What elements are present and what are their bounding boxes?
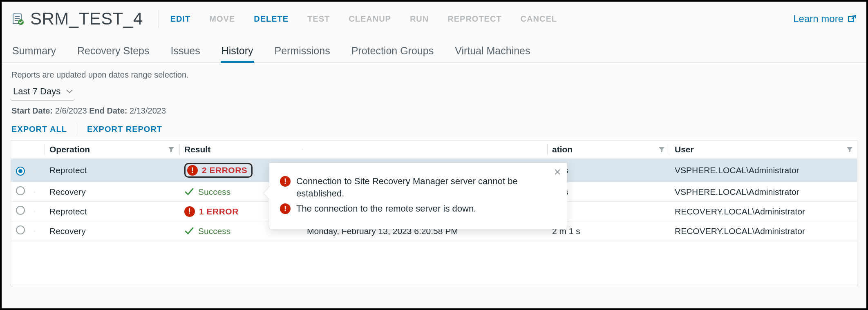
result-label: Success: [198, 226, 230, 236]
tab-bar: Summary Recovery Steps Issues History Pe…: [2, 41, 866, 63]
error-icon: !: [184, 206, 195, 217]
col-user-label: User: [675, 145, 694, 154]
run-action: RUN: [410, 14, 429, 24]
table-header-row: Operation Result ation User: [11, 141, 857, 159]
result-label: Success: [198, 187, 230, 197]
export-divider: [77, 124, 77, 134]
cell-user: VSPHERE.LOCAL\Administrator: [670, 183, 858, 201]
error-icon: !: [280, 176, 291, 187]
start-date-value: 2/6/2023: [55, 106, 87, 115]
tab-virtual-machines[interactable]: Virtual Machines: [454, 41, 531, 62]
tab-permissions[interactable]: Permissions: [274, 41, 331, 62]
row-gutter: [34, 166, 45, 174]
move-action: MOVE: [209, 14, 235, 24]
cleanup-action: CLEANUP: [349, 14, 391, 24]
learn-more-link[interactable]: Learn more: [793, 13, 857, 25]
error-message-line: ! The connection to the remote server is…: [280, 203, 556, 215]
tab-recovery-steps[interactable]: Recovery Steps: [76, 41, 150, 62]
result-success: Success: [184, 187, 230, 197]
col-date[interactable]: [302, 145, 547, 154]
result-success: Success: [184, 226, 230, 236]
col-select: [11, 145, 34, 154]
close-icon[interactable]: ✕: [554, 167, 561, 178]
col-result-label: Result: [184, 145, 210, 154]
row-gutter: [34, 207, 45, 216]
edit-action[interactable]: EDIT: [170, 14, 191, 24]
filter-icon[interactable]: [658, 146, 665, 153]
result-error-badge[interactable]: ! 2 ERRORS: [184, 163, 253, 178]
col-duration[interactable]: ation: [547, 141, 670, 158]
export-report-button[interactable]: EXPORT REPORT: [87, 125, 162, 134]
filter-icon[interactable]: [168, 146, 174, 153]
row-radio-cell: [11, 202, 34, 221]
test-action: TEST: [307, 14, 330, 24]
error-message-line: ! Connection to Site Recovery Manager se…: [280, 175, 556, 199]
learn-more-label: Learn more: [793, 13, 843, 25]
cancel-action: CANCEL: [521, 14, 557, 24]
update-hint: Reports are updated upon dates range sel…: [11, 70, 857, 80]
result-label: 1 ERROR: [199, 207, 239, 216]
reprotect-action: REPROTECT: [447, 14, 501, 24]
row-radio[interactable]: [16, 206, 25, 215]
date-range-readout: Start Date: 2/6/2023 End Date: 2/13/2023: [11, 106, 857, 116]
cell-operation: Recovery: [45, 183, 179, 201]
export-all-button[interactable]: EXPORT ALL: [11, 125, 67, 134]
error-message-text: The connection to the remote server is d…: [296, 203, 476, 215]
error-details-popover: ✕ ! Connection to Site Recovery Manager …: [269, 163, 567, 229]
date-range-select[interactable]: Last 7 Days: [11, 84, 74, 100]
external-link-icon: [848, 14, 857, 23]
chevron-down-icon: [66, 89, 73, 94]
tab-summary[interactable]: Summary: [11, 41, 57, 62]
col-result[interactable]: Result: [179, 141, 302, 158]
delete-action[interactable]: DELETE: [254, 14, 289, 24]
col-spacer: [34, 145, 45, 154]
result-label: 2 ERRORS: [202, 165, 247, 175]
date-range-value: Last 7 Days: [13, 86, 60, 97]
col-operation[interactable]: Operation: [45, 141, 179, 158]
page-title: SRM_TEST_4: [30, 9, 143, 29]
cell-operation: Reprotect: [45, 203, 179, 221]
header-action-bar: EDIT MOVE DELETE TEST CLEANUP RUN REPROT…: [170, 14, 557, 24]
row-radio[interactable]: [16, 167, 25, 176]
tab-protection-groups[interactable]: Protection Groups: [351, 41, 435, 62]
error-icon: !: [187, 165, 198, 176]
recovery-plan-icon: [11, 12, 25, 25]
history-filter-strip: Reports are updated upon dates range sel…: [2, 63, 866, 138]
start-date-label: Start Date:: [11, 106, 53, 115]
row-radio[interactable]: [16, 225, 25, 234]
error-icon: !: [280, 203, 291, 214]
end-date-label: End Date:: [89, 106, 127, 115]
row-radio-cell: [11, 221, 34, 241]
row-radio[interactable]: [16, 186, 25, 195]
export-row: EXPORT ALL EXPORT REPORT: [11, 124, 857, 134]
col-user[interactable]: User: [670, 141, 858, 158]
col-duration-label: ation: [552, 145, 573, 154]
row-radio-cell: [11, 161, 34, 180]
page-header: SRM_TEST_4 EDIT MOVE DELETE TEST CLEANUP…: [2, 2, 866, 32]
result-error-badge[interactable]: ! 1 ERROR: [184, 206, 239, 217]
cell-user: VSPHERE.LOCAL\Administrator: [670, 161, 858, 179]
end-date-value: 2/13/2023: [130, 106, 166, 115]
row-gutter: [34, 227, 45, 235]
tab-issues[interactable]: Issues: [170, 41, 201, 62]
row-radio-cell: [11, 182, 34, 201]
svg-rect-5: [848, 16, 854, 22]
cell-operation: Reprotect: [45, 161, 179, 179]
cell-user: RECOVERY.LOCAL\Administrator: [670, 203, 858, 221]
header-divider: [159, 10, 159, 28]
cell-user: RECOVERY.LOCAL\Administrator: [670, 222, 858, 240]
cell-operation: Recovery: [45, 222, 179, 240]
error-message-text: Connection to Site Recovery Manager serv…: [296, 175, 556, 199]
success-icon: [184, 187, 194, 197]
success-icon: [184, 226, 194, 236]
filter-icon[interactable]: [846, 146, 853, 153]
row-gutter: [34, 188, 45, 196]
tab-history[interactable]: History: [221, 41, 254, 62]
col-operation-label: Operation: [49, 145, 90, 154]
table-empty-area: [11, 241, 857, 286]
